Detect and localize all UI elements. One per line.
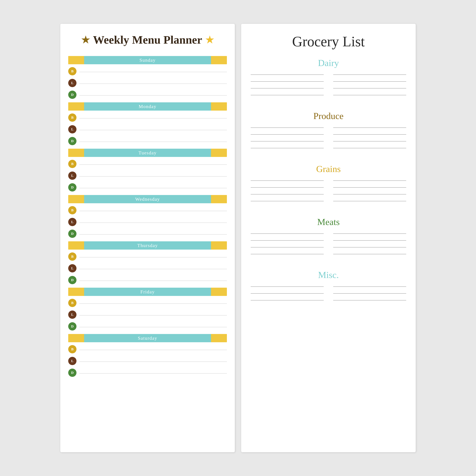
main-container: ★ Weekly Menu Planner ★ SundayBLDMondayB… bbox=[60, 24, 416, 452]
grocery-title: Grocery List bbox=[251, 33, 406, 50]
meal-row-breakfast: B bbox=[68, 206, 227, 214]
planner-title: ★ Weekly Menu Planner ★ bbox=[68, 33, 227, 47]
grocery-line bbox=[333, 134, 406, 135]
grocery-lines-grid bbox=[251, 234, 406, 261]
grocery-line bbox=[333, 287, 406, 287]
meal-line-breakfast bbox=[79, 211, 227, 211]
grocery-lines-grid bbox=[251, 128, 406, 155]
grocery-category-produce: Produce bbox=[251, 111, 406, 121]
day-label: Friday bbox=[140, 289, 155, 294]
grocery-line bbox=[251, 201, 324, 201]
meal-row-breakfast: B bbox=[68, 253, 227, 261]
meal-circle-breakfast: B bbox=[68, 67, 76, 75]
day-label: Sunday bbox=[139, 57, 156, 63]
day-label: Tuesday bbox=[138, 150, 157, 155]
meal-line-breakfast bbox=[79, 304, 227, 304]
meal-row-breakfast: B bbox=[68, 345, 227, 353]
grocery-section-misc: Misc. bbox=[251, 270, 406, 307]
day-section-wednesday: WednesdayBLD bbox=[68, 195, 227, 238]
meal-line-dinner bbox=[79, 95, 227, 96]
grocery-line bbox=[333, 254, 406, 254]
grocery-category-dairy: Dairy bbox=[251, 58, 406, 68]
planner-title-text: Weekly Menu Planner bbox=[93, 33, 202, 47]
meal-circle-breakfast: B bbox=[68, 113, 76, 122]
grocery-section-meats: Meats bbox=[251, 217, 406, 261]
meal-circle-breakfast: B bbox=[68, 299, 76, 307]
meal-circle-dinner: D bbox=[68, 91, 76, 99]
grocery-category-grains: Grains bbox=[251, 164, 406, 174]
grocery-section-dairy: Dairy bbox=[251, 58, 406, 102]
grocery-section-grains: Grains bbox=[251, 164, 406, 208]
day-section-thursday: ThursdayBLD bbox=[68, 241, 227, 284]
meal-row-dinner: D bbox=[68, 276, 227, 284]
day-section-sunday: SundayBLD bbox=[68, 56, 227, 99]
meal-circle-lunch: L bbox=[68, 79, 76, 87]
meal-line-lunch bbox=[79, 176, 227, 176]
grocery-line bbox=[251, 234, 324, 234]
grocery-line bbox=[333, 141, 406, 141]
grocery-line bbox=[251, 134, 324, 135]
grocery-line bbox=[251, 181, 324, 181]
meal-circle-breakfast: B bbox=[68, 206, 76, 214]
grocery-line bbox=[333, 81, 406, 82]
day-label: Saturday bbox=[138, 335, 157, 341]
meal-line-dinner bbox=[79, 234, 227, 235]
meal-row-breakfast: B bbox=[68, 113, 227, 122]
meal-circle-lunch: L bbox=[68, 218, 76, 226]
grocery-line bbox=[251, 247, 324, 247]
star-left-icon: ★ bbox=[81, 34, 90, 46]
grocery-lines-grid bbox=[251, 75, 406, 102]
meal-circle-breakfast: B bbox=[68, 253, 76, 261]
day-label: Monday bbox=[139, 104, 156, 109]
grocery-line bbox=[251, 81, 324, 82]
meal-row-lunch: L bbox=[68, 357, 227, 365]
meal-circle-dinner: D bbox=[68, 276, 76, 284]
meal-line-lunch bbox=[79, 130, 227, 130]
grocery-line bbox=[333, 194, 406, 194]
meal-line-breakfast bbox=[79, 257, 227, 257]
day-label: Thursday bbox=[137, 243, 158, 248]
meal-row-dinner: D bbox=[68, 369, 227, 377]
meal-circle-dinner: D bbox=[68, 369, 76, 377]
grocery-line bbox=[251, 141, 324, 141]
day-section-friday: FridayBLD bbox=[68, 288, 227, 330]
grocery-line bbox=[251, 254, 324, 254]
star-right-icon: ★ bbox=[205, 34, 214, 46]
meal-row-dinner: D bbox=[68, 91, 227, 99]
meal-line-dinner bbox=[79, 373, 227, 374]
meal-row-dinner: D bbox=[68, 183, 227, 191]
meal-circle-lunch: L bbox=[68, 264, 76, 272]
days-container: SundayBLDMondayBLDTuesdayBLDWednesdayBLD… bbox=[68, 56, 227, 377]
meal-circle-lunch: L bbox=[68, 125, 76, 134]
grocery-line bbox=[333, 181, 406, 181]
meal-row-breakfast: B bbox=[68, 67, 227, 75]
meal-line-dinner bbox=[79, 188, 227, 188]
grocery-category-meats: Meats bbox=[251, 217, 406, 227]
grocery-container: DairyProduceGrainsMeatsMisc. bbox=[251, 58, 406, 307]
planner-panel: ★ Weekly Menu Planner ★ SundayBLDMondayB… bbox=[60, 24, 235, 452]
grocery-section-produce: Produce bbox=[251, 111, 406, 155]
grocery-panel: Grocery List DairyProduceGrainsMeatsMisc… bbox=[241, 24, 416, 452]
meal-row-lunch: L bbox=[68, 79, 227, 87]
meal-circle-lunch: L bbox=[68, 310, 76, 319]
meal-row-dinner: D bbox=[68, 137, 227, 145]
meal-line-breakfast bbox=[79, 350, 227, 350]
meal-line-dinner bbox=[79, 327, 227, 327]
meal-circle-lunch: L bbox=[68, 171, 76, 180]
grocery-line bbox=[251, 194, 324, 194]
meal-circle-dinner: D bbox=[68, 230, 76, 238]
day-label: Wednesday bbox=[135, 196, 160, 202]
grocery-line bbox=[251, 287, 324, 287]
meal-circle-breakfast: B bbox=[68, 160, 76, 168]
meal-row-lunch: L bbox=[68, 218, 227, 226]
meal-line-dinner bbox=[79, 281, 227, 281]
meal-row-breakfast: B bbox=[68, 160, 227, 168]
grocery-category-misc: Misc. bbox=[251, 270, 406, 280]
grocery-line bbox=[333, 247, 406, 247]
meal-row-breakfast: B bbox=[68, 299, 227, 307]
meal-row-lunch: L bbox=[68, 264, 227, 272]
grocery-line bbox=[251, 300, 324, 300]
grocery-line bbox=[333, 201, 406, 201]
grocery-lines-grid bbox=[251, 287, 406, 307]
day-section-saturday: SaturdayBLD bbox=[68, 334, 227, 377]
